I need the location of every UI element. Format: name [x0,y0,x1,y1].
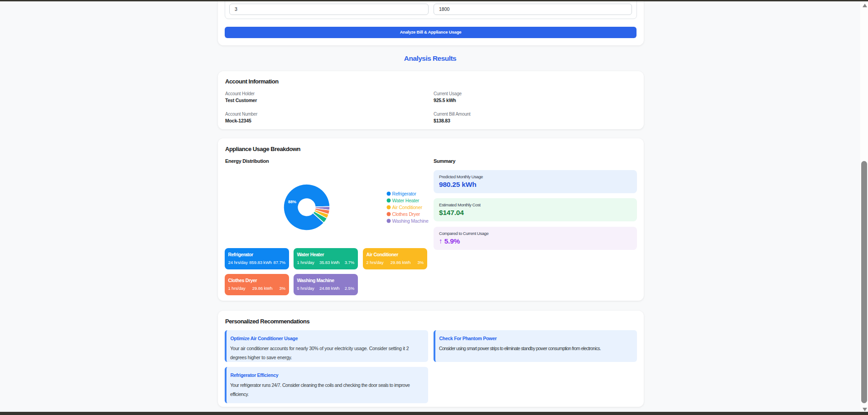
svg-text:Water Heater: Water Heater [392,198,420,203]
svg-text:Washing Machine: Washing Machine [392,218,429,224]
svg-text:Clothes Dryer: Clothes Dryer [392,211,420,217]
svg-text:Refrigerator: Refrigerator [392,191,417,196]
svg-text:88%: 88% [288,200,296,204]
svg-text:Air Conditioner: Air Conditioner [392,205,423,210]
